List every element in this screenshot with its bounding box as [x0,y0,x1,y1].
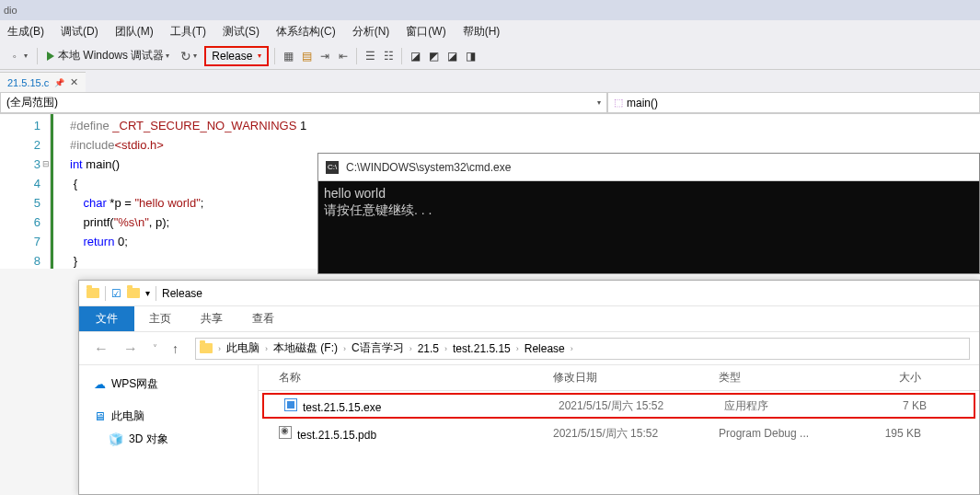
toolbar-icon-5[interactable]: ☰ [363,49,377,63]
title-bar: dio [0,0,980,20]
bookmark-clear-icon[interactable]: ◨ [463,49,478,63]
start-debugger-button[interactable]: 本地 Windows 调试器 ▾ [43,46,173,65]
ribbon-tab[interactable]: 查看 [237,306,289,331]
breadcrumb-item[interactable]: test.21.5.15 [449,342,514,355]
cmd-output: hello world 请按任意键继续. . . [318,181,979,222]
menu-item[interactable]: 窗口(W) [406,24,445,40]
col-size[interactable]: 大小 [847,370,930,386]
bookmark-prev-icon[interactable]: ◩ [426,49,441,63]
file-row[interactable]: test.21.5.15.pdb2021/5/15/周六 15:52Progra… [259,420,979,446]
nav-recent-dropdown[interactable]: ˅ [147,343,163,353]
config-dropdown[interactable]: Release ▾ [204,46,269,66]
breadcrumb-item[interactable]: 21.5 [414,342,443,355]
menu-item[interactable]: 帮助(H) [463,24,501,40]
exe-icon [284,398,297,411]
col-date[interactable]: 修改日期 [553,370,719,386]
cmd-title-bar[interactable]: C:\ C:\WINDOWS\system32\cmd.exe [318,154,979,181]
editor-tab-active[interactable]: 21.5.15.c 📌 ✕ [0,72,86,92]
breadcrumb-item[interactable]: 此电脑 [223,340,263,356]
menu-item[interactable]: 团队(M) [115,24,154,40]
breadcrumb-item[interactable]: 本地磁盘 (F:) [270,340,341,356]
close-icon[interactable]: ✕ [70,76,78,88]
menu-item[interactable]: 体系结构(C) [276,24,336,40]
bookmark-next-icon[interactable]: ◪ [444,49,459,63]
breadcrumb[interactable]: › 此电脑›本地磁盘 (F:)›C语言学习›21.5›test.21.5.15›… [195,338,970,360]
menu-item[interactable]: 工具(T) [170,24,206,40]
ribbon-tab[interactable]: 共享 [186,306,237,331]
play-icon [47,52,54,61]
list-header[interactable]: 名称 修改日期 类型 大小 [259,365,979,391]
breadcrumb-item[interactable]: C语言学习 [348,340,408,356]
config-label: Release [212,50,252,63]
menu-bar: 生成(B)调试(D)团队(M)工具(T)测试(S)体系结构(C)分析(N)窗口(… [0,20,980,42]
explorer-nav-bar: ← → ˅ ↑ › 此电脑›本地磁盘 (F:)›C语言学习›21.5›test.… [79,332,979,365]
cube-icon: 🧊 [109,432,123,446]
explorer-title-bar[interactable]: ☑ ▾ Release [79,281,979,306]
breadcrumb-item[interactable]: Release [521,342,569,355]
toolbar-icon-6[interactable]: ☷ [381,49,396,63]
menu-item[interactable]: 测试(S) [223,24,259,40]
explorer-title: Release [162,287,202,300]
refresh-button[interactable]: ↻▾ [177,47,201,65]
code-nav-bar: (全局范围) ▾ ⬚ main() [0,92,980,114]
bookmark-icon[interactable]: ◪ [408,49,422,63]
explorer-sidebar: ☁WPS网盘 🖥此电脑 🧊3D 对象 [79,365,259,494]
toolbar-icon-3[interactable]: ⇥ [317,49,332,63]
sidebar-item-wps[interactable]: ☁WPS网盘 [94,373,258,396]
scope-dropdown[interactable]: (全局范围) ▾ [0,92,607,113]
pc-icon: 🖥 [94,409,106,423]
col-name[interactable]: 名称 [259,370,553,386]
explorer-file-list: 名称 修改日期 类型 大小 test.21.5.15.exe2021/5/15/… [259,365,979,494]
toolbar-icon-4[interactable]: ⇤ [336,49,351,63]
menu-item[interactable]: 调试(D) [61,24,98,40]
nav-back-button[interactable]: ← [88,340,114,357]
folder-icon [86,288,99,298]
nav-forward-button[interactable]: → [118,340,144,357]
sidebar-item-3d[interactable]: 🧊3D 对象 [94,428,258,451]
folder-icon [127,288,140,298]
cube-icon: ⬚ [614,97,623,109]
pdb-icon [279,426,292,439]
toolbar-icon-2[interactable]: ▤ [299,49,314,63]
function-dropdown[interactable]: ⬚ main() [607,92,980,113]
ribbon-tabs: 文件 主页共享查看 [79,306,979,332]
editor-tab-strip: 21.5.15.c 📌 ✕ [0,70,980,92]
file-row[interactable]: test.21.5.15.exe2021/5/15/周六 15:52应用程序7 … [262,393,975,419]
cmd-icon: C:\ [326,161,339,174]
checkbox-icon: ☑ [111,287,121,300]
nav-up-button[interactable]: ↑ [167,341,184,356]
cmd-window: C:\ C:\WINDOWS\system32\cmd.exe hello wo… [317,153,980,274]
line-gutter: 123⊟45678 [0,114,51,269]
file-explorer: ☑ ▾ Release 文件 主页共享查看 ← → ˅ ↑ › 此电脑›本地磁盘… [78,280,980,495]
sidebar-item-pc[interactable]: 🖥此电脑 [94,405,258,428]
col-type[interactable]: 类型 [719,370,847,386]
folder-icon [200,343,213,353]
nav-back-icon[interactable]: ◦▾ [4,47,31,65]
ribbon-file-tab[interactable]: 文件 [79,306,134,331]
menu-item[interactable]: 分析(N) [352,24,390,40]
toolbar: ◦▾ 本地 Windows 调试器 ▾ ↻▾ Release ▾ ▦ ▤ ⇥ ⇤… [0,42,980,70]
ribbon-tab[interactable]: 主页 [134,306,186,331]
toolbar-icon-1[interactable]: ▦ [281,49,295,63]
tab-filename: 21.5.15.c [7,77,49,88]
pin-icon[interactable]: 📌 [54,78,64,87]
debugger-label: 本地 Windows 调试器 [58,48,164,63]
menu-item[interactable]: 生成(B) [7,24,44,40]
cloud-icon: ☁ [94,377,106,391]
